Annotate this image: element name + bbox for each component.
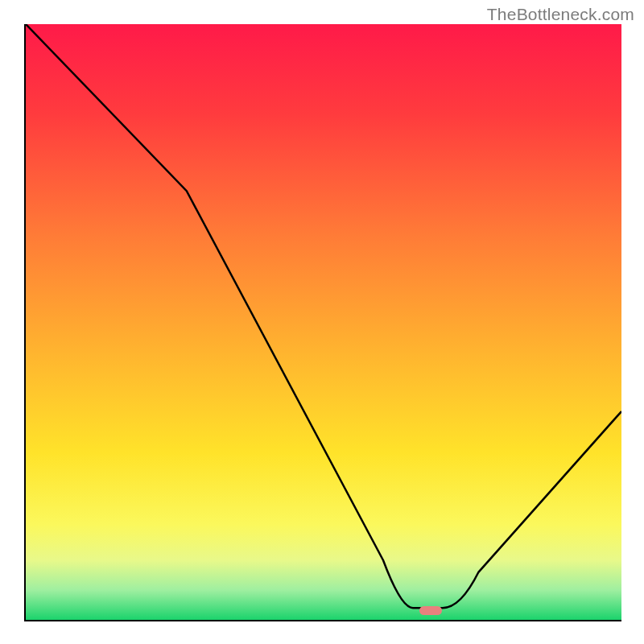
chart-container: TheBottleneck.com: [0, 0, 644, 644]
bottleneck-curve: [26, 24, 621, 620]
plot-area: [24, 24, 621, 621]
watermark-text: TheBottleneck.com: [487, 5, 634, 24]
optimal-marker: [419, 606, 442, 615]
